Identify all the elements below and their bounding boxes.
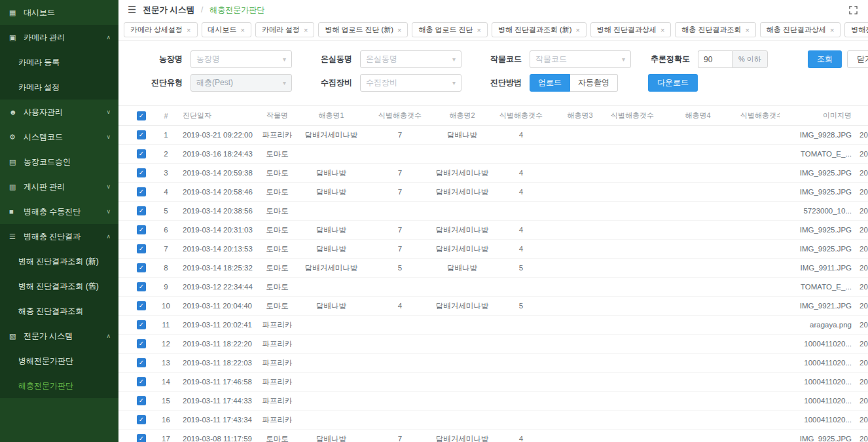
close-icon[interactable]: × — [304, 26, 308, 34]
fullscreen-icon[interactable] — [849, 6, 858, 14]
table-cell — [740, 297, 780, 316]
row-checkbox[interactable]: ✓ — [137, 377, 146, 386]
close-icon[interactable]: × — [830, 26, 834, 34]
sidebar-item-camera-management[interactable]: ▣카메라 관리∧ — [0, 25, 118, 50]
diagnosis-type-select[interactable]: 해충(Pest) ▾ — [190, 74, 292, 92]
sidebar-item-pest-manual-diagnosis[interactable]: ■병해충 수동진단∨ — [0, 199, 118, 224]
row-checkbox[interactable]: ✓ — [137, 130, 146, 139]
sidebar-item-disease-result-search-new[interactable]: 병해 진단결과조회 (新) — [0, 249, 118, 274]
table-cell — [551, 354, 609, 373]
diagnosis-type-filter: 진단유형 해충(Pest) ▾ — [142, 74, 292, 92]
sidebar-item-expert-system[interactable]: ▧전문가 시스템∧ — [0, 323, 118, 348]
table-header-row: ✓#진단일자작물명해충명1식별해충갯수해충명2식별해충갯수해충명3식별해충갯수해… — [118, 106, 868, 126]
row-checkbox[interactable]: ✓ — [137, 415, 146, 424]
close-icon[interactable]: × — [397, 26, 401, 34]
row-checkbox[interactable]: ✓ — [137, 168, 146, 177]
farm-select[interactable]: 농장명 ▾ — [190, 50, 292, 68]
table-cell — [367, 354, 433, 373]
sidebar-item-dashboard[interactable]: ▦대시보드 — [0, 0, 118, 25]
row-checkbox[interactable]: ✓ — [137, 320, 146, 329]
column-header: 식별해충갯수 — [367, 106, 433, 126]
sidebar-item-system-code[interactable]: ⚙시스템코드∨ — [0, 124, 118, 149]
search-button[interactable]: 조회 — [808, 50, 842, 68]
row-checkbox[interactable]: ✓ — [137, 225, 146, 234]
row-checkbox-cell: ✓ — [118, 221, 154, 240]
device-select-value: 수집장비 — [366, 77, 452, 88]
table-cell: 5 — [492, 297, 551, 316]
table-cell: 2019-03-21 09:22:00 — [177, 126, 259, 145]
menu-toggle-icon[interactable]: ☰ — [128, 4, 136, 16]
auto-capture-toggle-button[interactable]: 자동촬영 — [570, 74, 618, 92]
tab-item-2[interactable]: 카메라 설정× — [255, 22, 315, 37]
diagnosis-grid: ✓#진단일자작물명해충명1식별해충갯수해충명2식별해충갯수해충명3식별해충갯수해… — [118, 105, 868, 442]
sidebar-item-camera-settings[interactable]: 카메라 설정 — [0, 75, 118, 100]
greenhouse-select[interactable]: 온실동명 ▾ — [360, 50, 461, 68]
table-cell — [609, 411, 655, 430]
table-cell — [551, 297, 609, 316]
row-checkbox[interactable]: ✓ — [137, 282, 146, 291]
table-cell: 담배나방 — [295, 240, 367, 259]
select-all-checkbox[interactable]: ✓ — [137, 111, 146, 120]
table-cell — [295, 373, 367, 392]
row-checkbox[interactable]: ✓ — [137, 187, 146, 196]
sidebar-item-disease-result-search-old[interactable]: 병해 진단결과조회 (舊) — [0, 274, 118, 299]
sidebar-item-pest-result-search[interactable]: 해충 진단결과조회 — [0, 299, 118, 323]
table-cell: 1 — [154, 126, 177, 145]
tab-item-0[interactable]: 카메라 상세설정× — [124, 22, 198, 37]
close-icon[interactable]: × — [477, 26, 481, 34]
upload-toggle-button[interactable]: 업로드 — [530, 74, 570, 92]
sidebar-item-board-management[interactable]: ▥게시판 관리∨ — [0, 174, 118, 199]
sidebar-item-farm-code-approval[interactable]: ▤농장코드승인 — [0, 149, 118, 174]
tab-item-7[interactable]: 해충 진단결과조회× — [675, 22, 756, 37]
tab-item-4[interactable]: 해충 업로드 진단× — [412, 22, 488, 37]
device-select[interactable]: 수집장비 ▾ — [360, 74, 461, 92]
tab-item-9[interactable]: 병해전문가판단× — [844, 22, 868, 37]
row-checkbox[interactable]: ✓ — [137, 244, 146, 253]
row-checkbox[interactable]: ✓ — [137, 358, 146, 367]
close-icon[interactable]: × — [660, 26, 664, 34]
tab-label: 카메라 설정 — [262, 25, 300, 35]
tab-item-6[interactable]: 병해 진단결과상세× — [590, 22, 672, 37]
row-checkbox[interactable]: ✓ — [137, 263, 146, 272]
list-icon: ☰ — [9, 232, 24, 241]
row-checkbox[interactable]: ✓ — [137, 206, 146, 215]
sidebar-item-pest-diagnosis-results[interactable]: ☰병해충 진단결과∧ — [0, 224, 118, 249]
table-row: ✓152019-03-11 17:44:33파프리카1000411020...2… — [118, 392, 868, 411]
tab-label: 병해 업로드 진단 (新) — [325, 25, 393, 35]
table-row: ✓92019-03-12 22:34:44토마토TOMATO_E_...2019 — [118, 278, 868, 297]
table-cell — [655, 145, 740, 164]
row-checkbox[interactable]: ✓ — [137, 339, 146, 348]
sidebar-item-user-management[interactable]: ☻사용자관리∨ — [0, 100, 118, 124]
table-cell — [551, 145, 609, 164]
close-icon[interactable]: × — [745, 26, 749, 34]
table-cell: 파프리카 — [259, 335, 295, 354]
tab-item-8[interactable]: 해충 진단결과상세× — [760, 22, 841, 37]
table-cell: IMG_9925.JPG — [780, 183, 854, 202]
accuracy-input[interactable] — [698, 50, 732, 68]
download-button[interactable]: 다운로드 — [648, 74, 698, 92]
row-checkbox[interactable]: ✓ — [137, 149, 146, 158]
tab-item-3[interactable]: 병해 업로드 진단 (新)× — [318, 22, 408, 37]
row-checkbox[interactable]: ✓ — [137, 434, 146, 442]
sidebar-item-disease-expert-judgment[interactable]: 병해전문가판단 — [0, 348, 118, 373]
farm-select-value: 농장명 — [196, 54, 283, 65]
table-cell — [367, 411, 433, 430]
row-checkbox[interactable]: ✓ — [137, 301, 146, 310]
close-button[interactable]: 닫기 — [847, 50, 868, 68]
close-icon[interactable]: × — [241, 26, 245, 34]
sidebar-item-camera-register[interactable]: 카메라 등록 — [0, 50, 118, 75]
close-icon[interactable]: × — [187, 26, 190, 34]
sidebar-item-label: 전문가 시스템 — [24, 331, 73, 342]
sidebar-item-pest-expert-judgment[interactable]: 해충전문가판단 — [0, 373, 118, 398]
close-icon[interactable]: × — [575, 26, 579, 34]
table-cell: 2019-03-14 20:13:53 — [177, 240, 259, 259]
sidebar: ▦대시보드▣카메라 관리∧카메라 등록카메라 설정☻사용자관리∨⚙시스템코드∨▤… — [0, 0, 118, 442]
row-checkbox[interactable]: ✓ — [137, 396, 146, 405]
row-checkbox-cell: ✓ — [118, 430, 154, 442]
table-row: ✓82019-03-14 18:25:32토마토담배거세미나방5담배나방5IMG… — [118, 259, 868, 278]
tab-item-5[interactable]: 병해 진단결과조회 (新)× — [492, 22, 587, 37]
tab-item-1[interactable]: 대시보드× — [202, 22, 251, 37]
table-cell — [655, 240, 740, 259]
crop-code-select[interactable]: 작물코드 ▾ — [530, 50, 631, 68]
sidebar-item-label: 해충 진단결과조회 — [18, 306, 83, 317]
